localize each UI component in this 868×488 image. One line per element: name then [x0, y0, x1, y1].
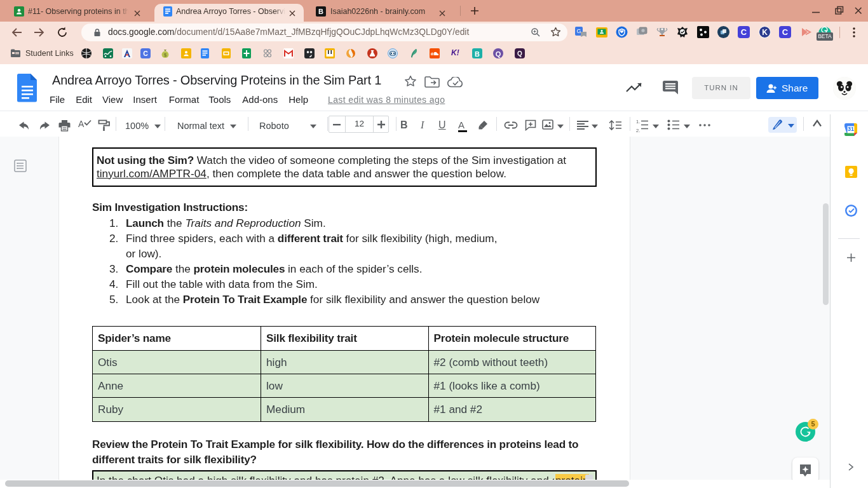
- svg-text:C: C: [143, 50, 148, 57]
- svg-text:Q: Q: [517, 50, 522, 57]
- svg-text:G: G: [576, 28, 581, 34]
- svg-text:C: C: [741, 27, 747, 37]
- svg-text:K: K: [762, 28, 768, 37]
- svg-text:B: B: [475, 50, 480, 58]
- svg-text:C: C: [782, 27, 789, 37]
- svg-text:Q: Q: [496, 50, 501, 58]
- svg-text:B: B: [318, 8, 323, 15]
